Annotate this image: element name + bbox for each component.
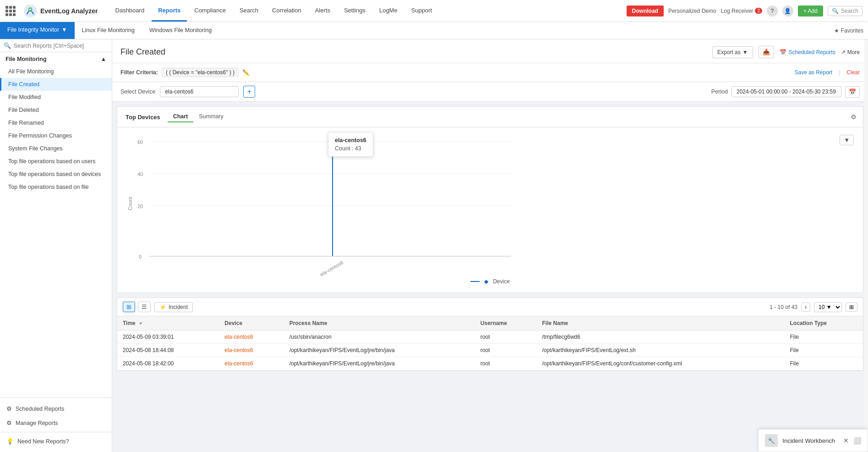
grid-menu-icon[interactable] — [5, 6, 16, 16]
scheduled-reports-button[interactable]: 📅 Scheduled Reports — [780, 49, 835, 55]
more-button[interactable]: ↗ More — [841, 49, 860, 55]
col-process-name[interactable]: Process Name — [284, 316, 475, 331]
add-button[interactable]: + Add — [798, 6, 823, 17]
sidebar-item-file-deleted[interactable]: File Deleted — [0, 104, 112, 116]
lightbulb-icon: 💡 — [6, 438, 14, 445]
nav-logme[interactable]: LogMe — [373, 0, 404, 22]
incident-workbench-close[interactable]: ✕ — [843, 437, 849, 444]
sidebar-item-top-file-ops-file[interactable]: Top file operations based on file — [0, 181, 112, 193]
pagination-range: 1 - 10 of 43 — [770, 304, 797, 310]
filter-criteria-value: ( ( Device = "ela-centos6" ) ) — [162, 68, 239, 77]
grid-view-button[interactable]: ⊞ — [123, 302, 135, 312]
sidebar-item-file-modified[interactable]: File Modified — [0, 91, 112, 104]
sidebar-section-header[interactable]: File Monitoring ▲ — [0, 52, 112, 65]
edit-filter-icon[interactable]: ✏️ — [242, 69, 250, 76]
top-nav: EventLog Analyzer Dashboard Reports Comp… — [0, 0, 868, 22]
notification-badge: 2 — [755, 8, 762, 14]
nav-support[interactable]: Support — [405, 0, 439, 22]
device-select-group: Select Device + — [120, 86, 255, 98]
export-icon-button[interactable]: 📥 — [759, 46, 774, 58]
period-input[interactable] — [732, 86, 841, 97]
chart-tab[interactable]: Chart — [168, 111, 194, 122]
tab-windows-file-monitoring[interactable]: Windows File Monitoring — [142, 22, 219, 39]
content-area: File Created Export as ▼ 📥 📅 Scheduled R… — [112, 39, 868, 452]
search-box[interactable]: 🔍 Search — [828, 6, 863, 16]
cell-device[interactable]: ela-centos6 — [219, 357, 284, 370]
column-toggle-button[interactable]: ⊞ — [846, 303, 857, 312]
filter-criteria: Filter Criteria: ( ( Device = "ela-cento… — [120, 68, 250, 77]
sidebar-item-file-created[interactable]: File Created — [0, 78, 112, 91]
chart-dropdown-expand[interactable]: ▼ — [840, 135, 854, 145]
col-time[interactable]: Time ▼ — [117, 316, 219, 331]
chevron-down-icon: ▼ — [742, 49, 748, 55]
nav-alerts[interactable]: Alerts — [309, 0, 337, 22]
nav-settings[interactable]: Settings — [338, 0, 372, 22]
scheduled-reports-link[interactable]: ⚙ Scheduled Reports — [0, 402, 112, 416]
svg-text:ela-centos6: ela-centos6 — [319, 259, 344, 277]
nav-dashboard[interactable]: Dashboard — [109, 0, 151, 22]
svg-point-2 — [29, 8, 31, 10]
sidebar-item-file-renamed[interactable]: File Renamed — [0, 116, 112, 129]
save-as-report-link[interactable]: Save as Report — [794, 69, 832, 76]
svg-text:Count: Count — [127, 197, 133, 210]
summary-tab[interactable]: Summary — [193, 111, 229, 122]
col-location-type[interactable]: Location Type — [784, 316, 863, 331]
next-page-button[interactable]: › — [801, 303, 810, 312]
help-icon[interactable]: ? — [767, 6, 778, 17]
download-button[interactable]: Download — [627, 6, 664, 17]
add-device-button[interactable]: + — [243, 86, 255, 98]
calendar-button[interactable]: 📅 — [845, 86, 860, 98]
select-device-label: Select Device — [120, 88, 155, 95]
export-button[interactable]: Export as ▼ — [712, 46, 753, 58]
tab-file-integrity-monitor[interactable]: File Integrity Monitor ▼ — [0, 22, 75, 39]
incident-workbench-icon: 🔧 — [765, 434, 778, 447]
chart-tabs: Chart Summary — [168, 111, 229, 122]
favorites-button[interactable]: ★ Favorites — [834, 28, 863, 34]
sidebar-item-file-permission-changes[interactable]: File Permission Changes — [0, 129, 112, 142]
table-pagination: 1 - 10 of 43 › 10 ▼ 25 50 ⊞ — [770, 302, 857, 312]
sidebar-item-all-file-monitoring[interactable]: All File Monitoring — [0, 65, 112, 78]
incident-workbench-panel[interactable]: 🔧 Incident Workbench ✕ ⬜ — [758, 429, 868, 452]
personalized-demo-link[interactable]: Personalized Demo — [668, 8, 716, 14]
col-username[interactable]: Username — [475, 316, 537, 331]
sidebar-bottom: ⚙ Scheduled Reports ⚙ Manage Reports 💡 N… — [0, 397, 112, 452]
col-device[interactable]: Device — [219, 316, 284, 331]
per-page-select[interactable]: 10 ▼ 25 50 — [814, 302, 842, 312]
data-table: Time ▼ Device Process Name Username File… — [117, 316, 863, 370]
manage-reports-link[interactable]: ⚙ Manage Reports — [0, 416, 112, 430]
list-view-button[interactable]: ☰ — [138, 302, 151, 312]
clear-filter-link[interactable]: Clear — [846, 69, 860, 76]
user-avatar[interactable]: 👤 — [782, 6, 793, 17]
need-new-reports-link[interactable]: 💡 Need New Reports? — [0, 434, 112, 448]
cell-location: File — [784, 344, 863, 357]
more-icon: ↗ — [841, 49, 846, 55]
incident-button[interactable]: ⚡ Incident — [154, 302, 193, 312]
legend-label: Device — [493, 278, 510, 285]
cell-location: File — [784, 331, 863, 344]
table-panel: ⊞ ☰ ⚡ Incident 1 - 10 of 43 › 10 ▼ 25 50 — [117, 298, 863, 371]
chart-settings-button[interactable]: ⚙ — [851, 113, 857, 121]
cell-device[interactable]: ela-centos6 — [219, 344, 284, 357]
period-group: Period 📅 — [711, 86, 860, 98]
cell-location: File — [784, 357, 863, 370]
sidebar-item-top-file-ops-devices[interactable]: Top file operations based on devices — [0, 168, 112, 181]
log-receiver-link[interactable]: Log Receiver 2 — [721, 8, 762, 14]
nav-search[interactable]: Search — [233, 0, 265, 22]
table-row: 2024-05-08 18:44:08 ela-centos6 /opt/kar… — [117, 344, 863, 357]
clock-icon: ⚙ — [6, 405, 12, 412]
sidebar-item-system-file-changes[interactable]: System File Changes — [0, 142, 112, 155]
sidebar: 🔍 File Monitoring ▲ All File Monitoring … — [0, 39, 112, 452]
cell-time: 2024-05-08 18:44:08 — [117, 344, 219, 357]
tab-linux-file-monitoring[interactable]: Linux File Monitoring — [75, 22, 142, 39]
sidebar-search-input[interactable] — [14, 43, 108, 49]
nav-reports[interactable]: Reports — [152, 0, 187, 22]
main-layout: 🔍 File Monitoring ▲ All File Monitoring … — [0, 39, 868, 452]
device-input[interactable] — [160, 86, 239, 97]
incident-workbench-title: Incident Workbench — [782, 437, 835, 444]
nav-compliance[interactable]: Compliance — [188, 0, 232, 22]
incident-workbench-expand[interactable]: ⬜ — [853, 437, 861, 444]
sidebar-item-top-file-ops-users[interactable]: Top file operations based on users — [0, 155, 112, 168]
nav-correlation[interactable]: Correlation — [266, 0, 308, 22]
col-file-name[interactable]: File Name — [537, 316, 785, 331]
cell-device[interactable]: ela-centos6 — [219, 331, 284, 344]
